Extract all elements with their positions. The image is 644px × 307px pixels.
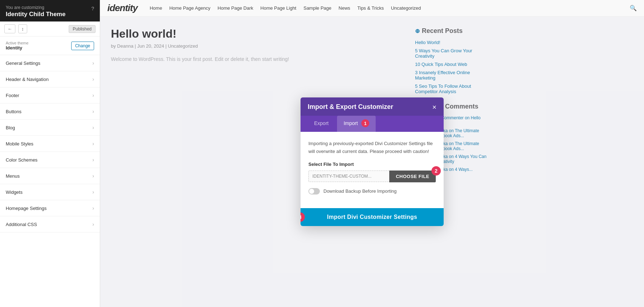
sidebar-top: You are customizing Identity Child Theme… xyxy=(0,0,100,21)
theme-name-label: Identity Child Theme xyxy=(6,11,65,18)
nav-link[interactable]: News xyxy=(338,5,350,11)
chevron-icon: › xyxy=(92,60,94,66)
wp-navbar: identity HomeHome Page AgencyHome Page D… xyxy=(100,0,644,16)
customizing-label: You are customizing xyxy=(6,5,65,10)
help-icon[interactable]: ? xyxy=(91,6,94,11)
active-theme-value: Identity xyxy=(6,45,29,51)
import-export-modal: Import & Export Customizer × Export Impo… xyxy=(301,97,444,226)
import-button[interactable]: Import Divi Customizer Settings xyxy=(301,208,444,226)
modal-footer-wrap: 3 Import Divi Customizer Settings xyxy=(301,208,444,226)
modal-title: Import & Export Customizer xyxy=(308,103,393,116)
sidebar-menu-item[interactable]: Mobile Styles› xyxy=(0,136,100,152)
sidebar-menu-item-label: Homepage Settings xyxy=(6,206,47,211)
chevron-icon: › xyxy=(92,205,94,211)
sidebar-menu-item-label: Widgets xyxy=(6,190,23,195)
sidebar-menu-item[interactable]: Widgets› xyxy=(0,184,100,200)
file-input-row: CHOOSE FILE 2 xyxy=(308,171,436,182)
arrows-button[interactable]: ↕ xyxy=(18,24,27,33)
back-button[interactable]: ← xyxy=(4,24,15,33)
change-theme-button[interactable]: Change xyxy=(71,42,94,50)
backup-row: Download Backup Before Importing xyxy=(308,188,436,195)
sidebar-menu-item[interactable]: Buttons› xyxy=(0,104,100,120)
sidebar-menu-item[interactable]: Footer› xyxy=(0,87,100,104)
choose-file-button[interactable]: CHOOSE FILE xyxy=(389,171,436,182)
chevron-icon: › xyxy=(92,157,94,163)
sidebar-menu-item[interactable]: Blog› xyxy=(0,120,100,136)
active-theme-section: Active theme Identity Change xyxy=(0,37,100,55)
sidebar-menu-item[interactable]: Header & Navigation› xyxy=(0,71,100,87)
sidebar-menu-item[interactable]: Additional CSS› xyxy=(0,216,100,232)
sidebar-menu-item-label: Blog xyxy=(6,125,15,130)
active-theme-info: Active theme Identity xyxy=(6,41,29,51)
modal-close-button[interactable]: × xyxy=(432,104,436,116)
search-icon[interactable]: 🔍 xyxy=(630,5,637,11)
nav-link[interactable]: Home xyxy=(150,5,162,11)
chevron-icon: › xyxy=(92,109,94,114)
nav-link[interactable]: Uncategorized xyxy=(391,5,421,11)
backup-checkbox[interactable] xyxy=(308,188,320,195)
backup-label: Download Backup Before Importing xyxy=(323,188,397,194)
tab-import[interactable]: Import 1 xyxy=(337,116,376,132)
active-theme-label: Active theme xyxy=(6,41,29,45)
modal-footer: Import Divi Customizer Settings xyxy=(301,208,444,226)
modal-warning-text: Importing a previously-exported Divi Cus… xyxy=(308,140,436,155)
chevron-icon: › xyxy=(92,141,94,147)
nav-link[interactable]: Sample Page xyxy=(303,5,331,11)
file-text-input[interactable] xyxy=(308,171,389,182)
nav-links: HomeHome Page AgencyHome Page DarkHome P… xyxy=(150,5,421,11)
sidebar-menu-item-label: Header & Navigation xyxy=(6,77,49,82)
main-content: identity HomeHome Page AgencyHome Page D… xyxy=(100,0,644,307)
step-2-badge: 2 xyxy=(431,166,441,176)
nav-link[interactable]: Home Page Light xyxy=(260,5,296,11)
modal-overlay: Import & Export Customizer × Export Impo… xyxy=(100,16,644,307)
sidebar-menu-item[interactable]: Homepage Settings› xyxy=(0,200,100,216)
published-badge: Published xyxy=(69,25,96,33)
sidebar-menu: General Settings›Header & Navigation›Foo… xyxy=(0,55,100,307)
sidebar: You are customizing Identity Child Theme… xyxy=(0,0,100,307)
sidebar-menu-item-label: General Settings xyxy=(6,61,40,66)
chevron-icon: › xyxy=(92,125,94,130)
chevron-icon: › xyxy=(92,189,94,195)
sidebar-controls: ← ↕ Published xyxy=(0,21,100,37)
modal-header: Import & Export Customizer × xyxy=(301,97,444,116)
site-logo: identity xyxy=(107,3,137,14)
nav-link[interactable]: Home Page Dark xyxy=(218,5,253,11)
sidebar-menu-item-label: Mobile Styles xyxy=(6,141,33,147)
nav-link[interactable]: Tips & Tricks xyxy=(357,5,384,11)
sidebar-menu-item-label: Color Schemes xyxy=(6,157,38,163)
chevron-icon: › xyxy=(92,76,94,82)
tab-import-badge: 1 xyxy=(361,119,369,127)
sidebar-menu-item[interactable]: General Settings› xyxy=(0,55,100,71)
sidebar-menu-item[interactable]: Menus› xyxy=(0,168,100,184)
sidebar-menu-item[interactable]: Color Schemes› xyxy=(0,152,100,168)
modal-body: Importing a previously-exported Divi Cus… xyxy=(301,132,444,208)
page-content: Hello world! by Deanna | Jun 20, 2024 | … xyxy=(100,16,644,307)
chevron-icon: › xyxy=(92,92,94,98)
modal-tabs: Export Import 1 xyxy=(301,116,444,132)
nav-link[interactable]: Home Page Agency xyxy=(169,5,210,11)
chevron-icon: › xyxy=(92,221,94,227)
sidebar-menu-item-label: Additional CSS xyxy=(6,222,37,227)
tab-export[interactable]: Export xyxy=(308,117,335,131)
sidebar-menu-item-label: Menus xyxy=(6,173,20,179)
select-file-label: Select File To Import xyxy=(308,162,436,167)
sidebar-menu-item-label: Buttons xyxy=(6,109,21,114)
sidebar-menu-item-label: Footer xyxy=(6,93,19,98)
chevron-icon: › xyxy=(92,173,94,179)
sidebar-customizing-info: You are customizing Identity Child Theme xyxy=(6,5,65,18)
